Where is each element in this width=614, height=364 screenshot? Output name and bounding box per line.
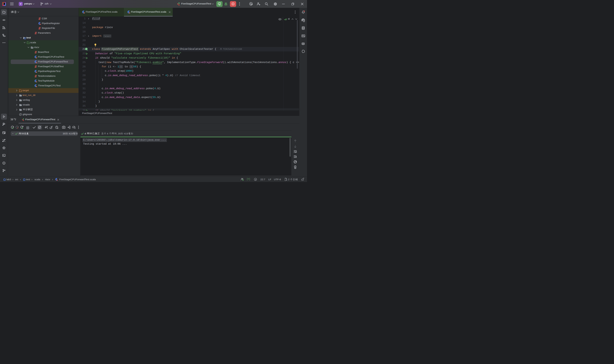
svg-text:IJ: IJ (3, 3, 4, 4)
